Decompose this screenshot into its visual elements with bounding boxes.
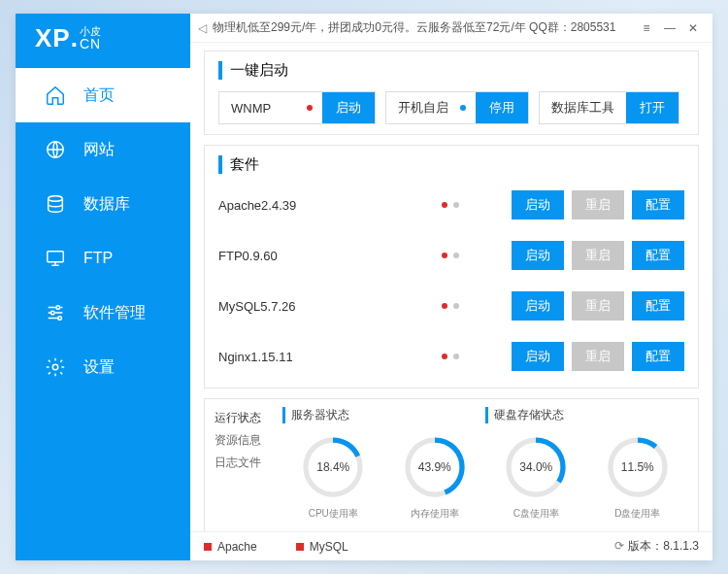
close-button[interactable]: ✕	[681, 21, 705, 35]
svg-point-3	[56, 306, 60, 310]
nav-label: 网站	[83, 140, 115, 160]
quick-autostart: 开机自启 停用	[385, 91, 529, 124]
start-button[interactable]: 启动	[512, 342, 564, 371]
server-status-col: 服务器状态 18.4% CPU使用率 43.9% 内存使用率	[282, 407, 485, 521]
nav-label: 软件管理	[83, 303, 146, 323]
database-icon	[45, 193, 66, 215]
status-dot	[307, 105, 313, 111]
status-dot	[453, 303, 459, 309]
gear-icon	[45, 356, 66, 378]
status-dot	[442, 303, 447, 309]
gauge-label: CPU使用率	[309, 507, 358, 521]
quick-dbtool-label[interactable]: 数据库工具	[540, 92, 626, 123]
config-button[interactable]: 配置	[632, 241, 684, 270]
quick-dbtool-button[interactable]: 打开	[626, 92, 678, 123]
gauge-label: 内存使用率	[411, 507, 459, 521]
nav-database[interactable]: 数据库	[16, 177, 190, 231]
quick-autostart-button[interactable]: 停用	[476, 92, 528, 123]
kit-name: FTP0.9.60	[218, 249, 413, 263]
monitor-icon	[45, 248, 66, 269]
nav-software[interactable]: 软件管理	[16, 286, 190, 340]
quick-wnmp-button[interactable]: 启动	[322, 92, 375, 123]
status-tabs: 运行状态 资源信息 日志文件	[215, 407, 282, 521]
nav-label: 首页	[83, 85, 115, 106]
status-tab-run[interactable]: 运行状态	[215, 407, 282, 429]
restart-button[interactable]: 重启	[572, 342, 624, 371]
gauge-label: C盘使用率	[513, 507, 559, 521]
kits-title: 套件	[218, 155, 684, 174]
footer-item-mysql: MySQL	[296, 540, 348, 554]
app-window: XP . 小皮 CN 首页 网站	[16, 14, 712, 560]
nav: 首页 网站 数据库 FTP	[16, 62, 190, 394]
titlebar: ◁ 物理机低至299元/年，拼团成功0元得。云服务器低至72元/年 QQ群：28…	[190, 14, 712, 43]
svg-point-6	[52, 364, 58, 370]
logo-small: 小皮	[80, 26, 101, 37]
restart-button[interactable]: 重启	[572, 241, 624, 270]
svg-point-4	[50, 311, 54, 315]
svg-point-1	[49, 196, 63, 202]
nav-sites[interactable]: 网站	[16, 122, 190, 177]
status-dot	[453, 202, 459, 208]
server-status-head: 服务器状态	[282, 407, 485, 423]
kit-row-mysql: MySQL5.7.26 启动 重启 配置	[218, 287, 684, 325]
nav-settings[interactable]: 设置	[16, 340, 190, 394]
logo: XP . 小皮 CN	[16, 14, 190, 62]
version: ⟳版本：8.1.1.3	[614, 538, 699, 555]
nav-label: 设置	[83, 357, 115, 378]
status-square-icon	[296, 543, 304, 551]
quick-launch-panel: 一键启动 WNMP 启动 开机自启 停用 数据库工具 打开	[204, 51, 699, 135]
kit-row-ftp: FTP0.9.60 启动 重启 配置	[218, 236, 684, 275]
sidebar: XP . 小皮 CN 首页 网站	[16, 14, 190, 560]
start-button[interactable]: 启动	[512, 241, 564, 270]
gauge-cpu: 18.4% CPU使用率	[282, 433, 384, 521]
gauge-label: D盘使用率	[614, 507, 660, 521]
kit-name: Nginx1.15.11	[218, 350, 413, 364]
main: ◁ 物理机低至299元/年，拼团成功0元得。云服务器低至72元/年 QQ群：28…	[190, 14, 712, 560]
footer: Apache MySQL ⟳版本：8.1.1.3	[190, 531, 712, 560]
quick-dbtool: 数据库工具 打开	[539, 91, 679, 124]
quick-autostart-label[interactable]: 开机自启	[386, 92, 460, 123]
nav-ftp[interactable]: FTP	[16, 231, 190, 286]
kit-name: Apache2.4.39	[218, 198, 413, 213]
menu-button[interactable]: ≡	[635, 21, 658, 35]
refresh-icon[interactable]: ⟳	[614, 539, 624, 553]
content: 一键启动 WNMP 启动 开机自启 停用 数据库工具 打开	[190, 43, 712, 531]
logo-xp: XP	[35, 23, 71, 53]
status-dot	[442, 253, 447, 258]
status-square-icon	[204, 543, 212, 551]
nav-label: 数据库	[83, 194, 130, 215]
sliders-icon	[45, 302, 66, 323]
config-button[interactable]: 配置	[632, 190, 684, 219]
nav-label: FTP	[83, 250, 113, 267]
config-button[interactable]: 配置	[632, 342, 684, 371]
svg-point-5	[58, 317, 62, 321]
status-tab-res[interactable]: 资源信息	[215, 429, 282, 452]
svg-rect-2	[48, 252, 64, 262]
footer-item-apache: Apache	[204, 540, 257, 554]
status-dot	[442, 202, 447, 208]
kit-row-apache: Apache2.4.39 启动 重启 配置	[218, 186, 684, 224]
quick-launch-title: 一键启动	[218, 61, 684, 80]
announce-text: 物理机低至299元/年，拼团成功0元得。云服务器低至72元/年 QQ群：2805…	[213, 19, 615, 36]
status-panel: 运行状态 资源信息 日志文件 服务器状态 18.4% CPU使用率	[204, 398, 699, 531]
status-tab-log[interactable]: 日志文件	[215, 452, 282, 474]
gauge-c: 34.0% C盘使用率	[485, 433, 587, 521]
quick-wnmp: WNMP 启动	[218, 91, 376, 124]
gauge-mem: 43.9% 内存使用率	[384, 433, 486, 521]
globe-icon	[45, 139, 66, 160]
status-dot	[442, 354, 447, 359]
minimize-button[interactable]: —	[658, 21, 681, 35]
status-dot	[453, 354, 459, 359]
announce-icon: ◁	[198, 21, 207, 35]
restart-button[interactable]: 重启	[572, 190, 624, 219]
kits-panel: 套件 Apache2.4.39 启动 重启 配置 FTP0.9.60 启动	[204, 145, 699, 388]
quick-wnmp-label[interactable]: WNMP	[219, 92, 307, 123]
status-dot	[460, 105, 466, 111]
restart-button[interactable]: 重启	[572, 291, 624, 321]
start-button[interactable]: 启动	[512, 190, 564, 219]
start-button[interactable]: 启动	[512, 291, 564, 321]
status-dot	[453, 253, 459, 258]
nav-home[interactable]: 首页	[16, 68, 190, 122]
config-button[interactable]: 配置	[632, 291, 684, 321]
logo-cn: CN	[80, 37, 101, 51]
